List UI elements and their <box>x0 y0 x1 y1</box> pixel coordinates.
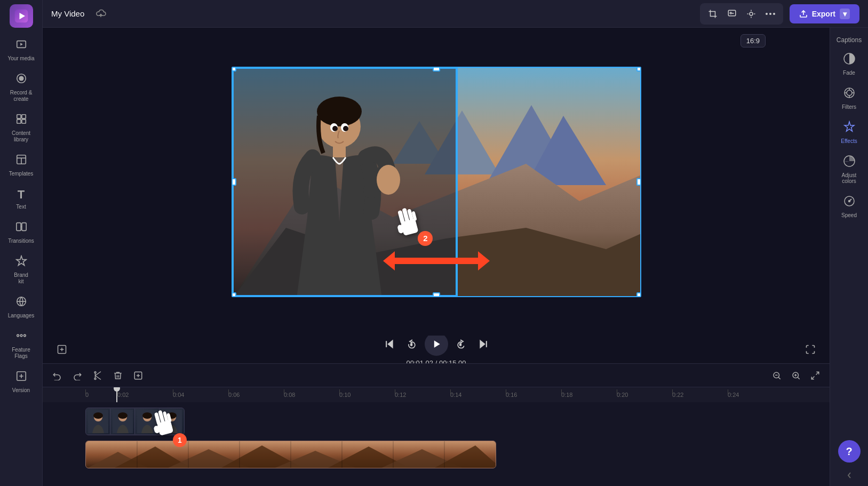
sidebar-item-your-media[interactable]: Your media <box>2 34 41 66</box>
right-item-fade[interactable]: Fade <box>831 48 867 80</box>
export-label: Export <box>812 10 835 18</box>
sidebar-item-record-create[interactable]: Record &create <box>2 68 41 107</box>
crop-tool-button[interactable] <box>704 5 721 22</box>
ruler-mark-06: 0:06 <box>228 392 284 398</box>
redo-button[interactable] <box>69 368 85 384</box>
sidebar-item-label-feature-flags: FeatureFlags <box>12 347 30 360</box>
sidebar-item-transitions[interactable]: Transitions <box>2 217 41 249</box>
canvas-preview[interactable]: 2 <box>232 67 641 297</box>
zoom-in-button[interactable] <box>788 368 804 384</box>
svg-rect-12 <box>16 223 20 231</box>
fit-timeline-button[interactable] <box>807 368 823 384</box>
resize-handle-mr[interactable] <box>636 178 641 186</box>
filters-label: Filters <box>842 104 856 110</box>
right-item-filters[interactable]: Filters <box>831 82 867 114</box>
canvas-tools-row: 5 5 <box>43 336 830 363</box>
feature-flags-icon <box>15 330 27 345</box>
languages-icon <box>15 296 27 310</box>
resize-handle-ml[interactable] <box>232 178 236 186</box>
sidebar-item-label-templates: Templates <box>9 171 34 177</box>
help-button[interactable]: ? <box>838 440 861 463</box>
right-item-speed[interactable]: Speed <box>831 190 867 222</box>
svg-line-71 <box>778 377 781 379</box>
cut-button[interactable] <box>90 368 106 384</box>
svg-point-89 <box>167 412 177 419</box>
cloud-save-icon[interactable] <box>95 7 107 20</box>
playback-controls: 5 5 <box>380 332 493 367</box>
delete-button[interactable] <box>110 368 126 384</box>
sidebar-item-languages[interactable]: Languages <box>2 291 41 323</box>
timeline-ruler: 0 0:02 0:04 0:06 0:08 0:10 0:12 0:14 0:1… <box>43 387 830 402</box>
forward-5s-button[interactable]: 5 <box>451 334 471 354</box>
resize-handle-tm[interactable] <box>433 67 440 71</box>
right-item-effects[interactable]: Effects <box>831 116 867 148</box>
ruler-mark-10: 0:10 <box>339 392 395 398</box>
background-track-row <box>43 440 830 469</box>
svg-marker-54 <box>388 340 392 347</box>
effects-label: Effects <box>841 138 857 144</box>
right-sidebar: Captions Fade <box>830 28 868 486</box>
sidebar-item-label-content-library: Contentlibrary <box>12 130 30 143</box>
sidebar-item-templates[interactable]: Templates <box>2 149 41 181</box>
more-options-button[interactable] <box>762 5 779 22</box>
sidebar-item-brand-kit[interactable]: Brandkit <box>2 251 41 289</box>
svg-point-26 <box>769 13 771 15</box>
sidebar-item-label-record-create: Record &create <box>10 90 33 102</box>
export-button[interactable]: Export ▾ <box>790 4 859 23</box>
svg-point-23 <box>730 12 731 14</box>
resize-handle-br[interactable] <box>636 292 641 297</box>
canvas-container[interactable]: 16:9 <box>43 28 830 336</box>
playhead[interactable] <box>116 387 117 402</box>
svg-rect-21 <box>710 11 715 16</box>
svg-point-61 <box>94 378 96 379</box>
add-to-timeline-button[interactable] <box>130 368 146 384</box>
resize-handle-bl[interactable] <box>232 292 236 297</box>
svg-marker-57 <box>434 340 440 347</box>
zoom-out-button[interactable] <box>769 368 785 384</box>
resize-handle-tr[interactable] <box>636 67 641 71</box>
svg-rect-39 <box>333 147 346 157</box>
svg-text:5: 5 <box>410 342 412 346</box>
svg-point-4 <box>19 76 23 81</box>
app-logo[interactable] <box>10 4 33 28</box>
ruler-mark-14: 0:14 <box>450 392 506 398</box>
ruler-mark-12: 0:12 <box>395 392 450 398</box>
media-edit-button[interactable] <box>723 5 740 22</box>
svg-point-38 <box>317 97 362 126</box>
right-item-adjust-colors[interactable]: Adjustcolors <box>831 150 867 188</box>
fullscreen-button[interactable] <box>802 341 819 358</box>
export-chevron[interactable]: ▾ <box>840 9 850 19</box>
aspect-ratio-badge[interactable]: 16:9 <box>740 34 766 47</box>
sidebar-item-feature-flags[interactable]: FeatureFlags <box>2 325 41 364</box>
background-track[interactable] <box>85 441 496 468</box>
resize-handle-tl[interactable] <box>232 67 236 71</box>
character-track[interactable] <box>85 408 185 435</box>
svg-rect-8 <box>21 119 25 123</box>
ruler-mark-16: 0:16 <box>506 392 561 398</box>
brand-kit-icon <box>15 255 27 270</box>
sidebar-item-content-library[interactable]: Contentlibrary <box>2 109 41 147</box>
sidebar-item-text[interactable]: T Text <box>2 184 41 214</box>
svg-rect-6 <box>21 115 25 118</box>
skip-to-start-button[interactable] <box>380 334 399 354</box>
skip-to-end-button[interactable] <box>474 334 493 354</box>
undo-button[interactable] <box>49 368 65 384</box>
main-area: My Video <box>43 0 868 486</box>
editor-area: 16:9 <box>43 28 868 486</box>
sidebar-item-version[interactable]: Version <box>2 366 41 398</box>
play-button[interactable] <box>425 332 448 356</box>
resize-handle-bm[interactable] <box>433 292 440 297</box>
rewind-5s-button[interactable]: 5 <box>402 334 421 354</box>
captions-label: Captions <box>834 32 864 46</box>
timeline: 0 0:02 0:04 0:06 0:08 0:10 0:12 0:14 0:1… <box>43 363 830 486</box>
canvas-left-tool[interactable] <box>53 341 70 358</box>
collapse-right-button[interactable] <box>843 469 856 482</box>
ruler-mark-18: 0:18 <box>561 392 617 398</box>
svg-point-18 <box>23 334 26 337</box>
ruler-mark-0: 0 <box>85 392 117 398</box>
ruler-mark-24: 0:24 <box>728 392 783 398</box>
effects-icon <box>843 121 856 136</box>
svg-point-43 <box>332 126 338 131</box>
fade-icon <box>843 52 856 68</box>
transform-button[interactable] <box>743 5 760 22</box>
